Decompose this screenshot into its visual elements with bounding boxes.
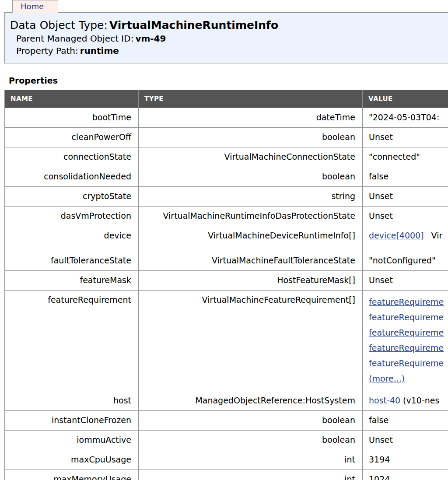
property-value-link-list: featureRequiremefeatureRequiremefeatureR… [369, 294, 448, 386]
table-row: dasVmProtectionVirtualMachineRuntimeInfo… [5, 207, 448, 226]
property-value-cell: device[4000]Vir [363, 226, 448, 251]
column-header-value: VALUE [363, 90, 448, 108]
column-header-name: NAME [5, 90, 139, 108]
property-value-link[interactable]: featureRequireme [369, 343, 444, 353]
property-type-cell: boolean [139, 431, 363, 450]
property-type-cell: boolean [139, 411, 363, 431]
property-name-cell: faultToleranceState [5, 251, 139, 271]
table-row: instantCloneFrozenbooleanfalse [5, 411, 448, 431]
property-value-link[interactable]: (more...) [369, 374, 405, 383]
property-value-cell: Unset [363, 431, 448, 450]
property-value-cell: false [363, 411, 448, 431]
property-value-cell: Unset [363, 187, 448, 207]
table-row: iommuActivebooleanUnset [5, 431, 448, 450]
property-value-cell: Unset [363, 128, 448, 147]
table-row: deviceVirtualMachineDeviceRuntimeInfo[]d… [5, 226, 448, 251]
property-value-link[interactable]: featureRequireme [369, 297, 444, 307]
property-value-link[interactable]: device[4000] [369, 231, 424, 240]
property-type-cell: VirtualMachineFeatureRequirement[] [139, 291, 363, 391]
property-value-cell: Unset [363, 207, 448, 226]
property-type-cell: boolean [139, 167, 363, 187]
property-name-cell: cryptoState [5, 187, 139, 207]
link-list-item: (more...) [369, 371, 448, 386]
property-type-cell: VirtualMachineRuntimeInfoDasProtectionSt… [139, 207, 363, 226]
property-type-cell: HostFeatureMask[] [139, 271, 363, 291]
table-row: cryptoStatestringUnset [5, 187, 448, 207]
property-type-cell: boolean [139, 128, 363, 147]
property-name-cell: connectionState [5, 147, 139, 167]
data-object-type-label: Data Object Type: [10, 19, 108, 32]
property-type-cell: string [139, 187, 363, 207]
property-name-cell: device [5, 226, 139, 251]
table-row: cleanPowerOffbooleanUnset [5, 128, 448, 147]
property-name-cell: iommuActive [5, 431, 139, 450]
link-list-item: featureRequireme [369, 310, 448, 325]
table-row: maxCpuUsageint3194 [5, 450, 448, 470]
link-list-item: featureRequireme [369, 356, 448, 371]
property-value-cell: false [363, 167, 448, 187]
link-list-item: featureRequireme [369, 325, 448, 340]
table-row: hostManagedObjectReference:HostSystemhos… [5, 391, 448, 411]
table-header-row: NAME TYPE VALUE [5, 90, 448, 108]
parent-managed-object-id-line: Parent Managed Object ID:vm-49 [16, 33, 448, 44]
property-value-cell: 3194 [363, 450, 448, 470]
link-list-item: featureRequireme [369, 294, 448, 310]
property-name-cell: bootTime [5, 108, 139, 128]
property-value-cell: "connected" [363, 147, 448, 167]
property-value-link[interactable]: featureRequireme [369, 358, 444, 368]
property-value-cell: host-40(v10-nes [363, 391, 448, 411]
header-box: Data Object Type:VirtualMachineRuntimeIn… [4, 12, 448, 63]
property-value-text: (v10-nes [403, 396, 439, 405]
tab-home[interactable]: Home [12, 0, 58, 13]
property-name-cell: maxMemoryUsage [5, 470, 139, 480]
parent-managed-object-id-value: vm-49 [135, 33, 166, 44]
table-row: faultToleranceStateVirtualMachineFaultTo… [5, 251, 448, 271]
property-value-link[interactable]: featureRequireme [369, 312, 444, 322]
link-list-item: featureRequireme [369, 340, 448, 356]
property-name-cell: featureRequirement [5, 291, 139, 391]
tab-bar: Home [12, 0, 448, 12]
property-value-link[interactable]: featureRequireme [369, 328, 444, 337]
table-row: consolidationNeededbooleanfalse [5, 167, 448, 187]
property-name-cell: featureMask [5, 271, 139, 291]
property-type-cell: int [139, 450, 363, 470]
property-type-cell: VirtualMachineDeviceRuntimeInfo[] [139, 226, 363, 251]
properties-table: NAME TYPE VALUE bootTimedateTime"2024-05… [4, 90, 448, 480]
property-value-cell: 1024 [363, 470, 448, 480]
properties-table-body: bootTimedateTime"2024-05-03T04:cleanPowe… [5, 108, 448, 480]
data-object-type-value: VirtualMachineRuntimeInfo [109, 19, 278, 32]
property-name-cell: instantCloneFrozen [5, 411, 139, 431]
property-value-cell: featureRequiremefeatureRequiremefeatureR… [363, 291, 448, 391]
property-value-cell: "notConfigured" [363, 251, 448, 271]
property-value-text: Vir [431, 231, 443, 240]
property-value-cell: "2024-05-03T04: [363, 108, 448, 128]
properties-title: Properties [9, 76, 448, 85]
column-header-type: TYPE [139, 90, 363, 108]
table-row: featureRequirementVirtualMachineFeatureR… [5, 291, 448, 391]
table-row: bootTimedateTime"2024-05-03T04: [5, 108, 448, 128]
table-row: featureMaskHostFeatureMask[]Unset [5, 271, 448, 291]
property-value-link[interactable]: host-40 [369, 396, 400, 405]
mob-page: Home Data Object Type:VirtualMachineRunt… [0, 0, 448, 480]
property-type-cell: VirtualMachineConnectionState [139, 147, 363, 167]
property-value-cell: Unset [363, 271, 448, 291]
property-type-cell: ManagedObjectReference:HostSystem [139, 391, 363, 411]
property-name-cell: maxCpuUsage [5, 450, 139, 470]
property-path-label: Property Path: [16, 46, 78, 56]
property-name-cell: cleanPowerOff [5, 128, 139, 147]
property-type-cell: dateTime [139, 108, 363, 128]
table-row: maxMemoryUsageint1024 [5, 470, 448, 480]
property-path-value: runtime [80, 46, 119, 56]
property-name-cell: dasVmProtection [5, 207, 139, 226]
table-row: connectionStateVirtualMachineConnectionS… [5, 147, 448, 167]
data-object-type-line: Data Object Type:VirtualMachineRuntimeIn… [10, 18, 448, 32]
property-path-line: Property Path:runtime [16, 45, 448, 56]
property-name-cell: host [5, 391, 139, 411]
property-name-cell: consolidationNeeded [5, 167, 139, 187]
property-type-cell: VirtualMachineFaultToleranceState [139, 251, 363, 271]
property-type-cell: int [139, 470, 363, 480]
parent-managed-object-id-label: Parent Managed Object ID: [16, 33, 133, 44]
